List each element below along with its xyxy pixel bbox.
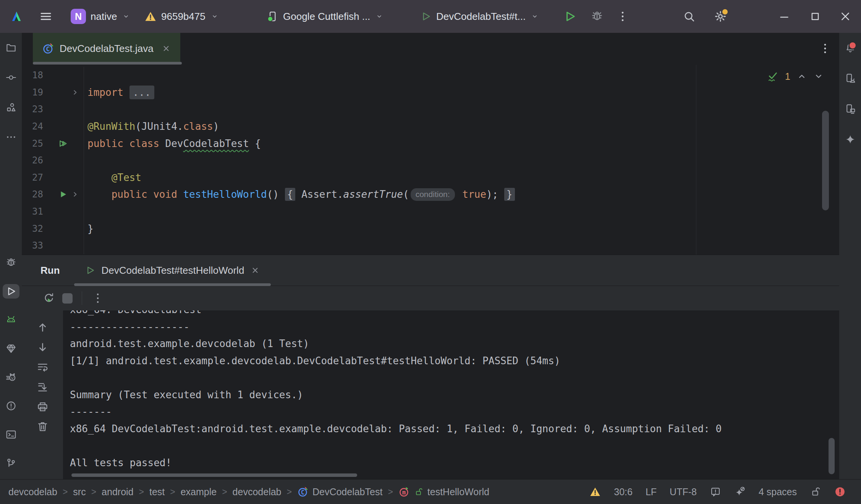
run-class-icon[interactable] [58,139,68,149]
chevron-down-icon [121,12,131,21]
console-horizontal-scrollbar[interactable] [71,473,357,477]
tool-stripe-terminal-button[interactable] [3,427,19,442]
gutter[interactable] [43,206,84,217]
code-line-25[interactable]: 25public class DevCodelabTest { [22,135,839,152]
tab-close-icon[interactable] [161,44,171,53]
gutter[interactable] [43,172,84,183]
soft-wrap-icon[interactable] [36,361,49,373]
code-line-33[interactable]: 33 [22,237,839,254]
inspections-widget[interactable]: 1 [767,70,824,82]
unlock-icon[interactable] [810,486,821,498]
gutter[interactable] [43,69,84,81]
gutter[interactable] [43,138,84,149]
gutter[interactable] [43,240,84,251]
tool-stripe-problems-button[interactable] [3,399,19,413]
breadcrumb-item-devcodelab[interactable]: devcodelab [233,486,282,498]
vcs-widget[interactable]: 9659b475 [144,0,219,33]
settings-button[interactable] [714,10,727,23]
arrow-down-icon[interactable] [36,341,49,354]
tool-stripe-logcat-button[interactable] [3,313,19,327]
gutter[interactable] [43,155,84,166]
breadcrumb-item-test[interactable]: test [149,486,165,498]
console-vertical-scrollbar[interactable] [829,438,835,474]
gutter[interactable] [43,103,84,115]
code-line-28[interactable]: 28 public void testHelloWorld() { Assert… [22,186,839,203]
run-tab-close-icon[interactable] [250,265,260,275]
fold-collapsed-icon[interactable] [71,190,79,199]
minimize-button[interactable] [778,10,790,23]
line-separator[interactable]: LF [646,486,657,498]
editor-tab-devcodelabtest[interactable]: C DevCodelabTest.java [33,33,180,64]
tool-stripe-device-mirror-button[interactable] [842,102,859,116]
run-configuration-selector[interactable]: DevCodelabTest#t... [420,0,539,33]
stop-button[interactable] [62,293,73,304]
code-line-31[interactable]: 31 [22,203,839,220]
test-console[interactable]: x86_64: DevCodelabTest------------------… [63,310,839,480]
indent-setting[interactable]: 4 spaces [759,486,797,498]
breadcrumb-item-devcodelab[interactable]: devcodelab [8,486,57,498]
run-tab[interactable]: DevCodelabTest#testHelloWorld [74,255,271,286]
code-text [84,67,839,84]
tool-stripe-more-tools-button[interactable] [3,130,19,144]
code-line-23[interactable]: 23 [22,101,839,118]
analysis-warning-icon[interactable] [589,486,601,498]
breadcrumb-item-testHelloWorld[interactable]: mtestHelloWorld [398,486,489,498]
code-line-18[interactable]: 18 [22,67,839,84]
line-number: 26 [22,155,43,166]
tab-scroll-indicator[interactable] [33,62,182,65]
next-highlight-icon[interactable] [813,71,824,82]
todo-bubble-icon[interactable] [710,486,721,498]
run-button[interactable] [563,10,577,23]
gutter[interactable] [43,223,84,234]
editor-vertical-scrollbar[interactable] [822,111,829,210]
tool-stripe-project-button[interactable] [3,40,19,55]
tool-stripe-structure-button[interactable] [3,100,19,115]
tool-stripe-commit-button[interactable] [3,70,19,85]
breadcrumb-item-DevCodelabTest[interactable]: CDevCodelabTest [297,486,382,498]
gemini-disabled-icon[interactable] [734,486,746,498]
breadcrumb-item-example[interactable]: example [181,486,217,498]
tool-stripe-profiler-button[interactable] [3,370,19,384]
tool-stripe-run-button[interactable] [3,284,19,299]
tool-stripe-gemini-button[interactable] [842,132,859,147]
code-line-26[interactable]: 26 [22,152,839,169]
tool-stripe-debug-button[interactable] [3,255,19,270]
debug-button[interactable] [591,10,604,23]
code-line-32[interactable]: 32} [22,220,839,237]
close-button[interactable] [839,10,851,23]
tool-stripe-notifications-button[interactable] [842,40,859,55]
breadcrumb-item-android[interactable]: android [102,486,133,498]
tool-stripe-app-quality-insights-button[interactable] [3,341,19,356]
project-widget[interactable]: N native [71,0,131,33]
error-notification-badge[interactable] [834,486,846,498]
tab-options-kebab-icon[interactable] [819,42,832,55]
search-everywhere-button[interactable] [683,10,696,23]
arrow-up-icon[interactable] [36,321,49,334]
clear-icon[interactable] [36,420,49,433]
previous-highlight-icon[interactable] [796,71,807,82]
file-encoding[interactable]: UTF-8 [670,486,697,498]
gutter[interactable] [43,189,84,200]
tool-stripe-version-control-button[interactable] [3,456,19,470]
code-editor[interactable]: 1819import ...2324@RunWith(JUnit4.class)… [22,65,839,255]
inspection-count: 1 [785,71,790,82]
run-options-kebab-icon[interactable] [91,292,104,305]
rerun-button[interactable] [42,292,55,305]
breadcrumb-item-src[interactable]: src [73,486,86,498]
more-actions-button[interactable] [616,10,629,23]
fold-collapsed-icon[interactable] [71,88,79,97]
code-line-24[interactable]: 24@RunWith(JUnit4.class) [22,118,839,135]
run-method-icon[interactable] [58,189,68,199]
main-menu-button[interactable] [39,10,52,23]
code-line-27[interactable]: 27 @Test [22,169,839,186]
tool-stripe-running-devices-button[interactable] [842,71,859,86]
gutter[interactable] [43,121,84,132]
caret-position[interactable]: 30:6 [614,486,633,498]
code-line-19[interactable]: 19import ... [22,84,839,101]
scroll-end-icon[interactable] [36,381,49,393]
device-selector[interactable]: Google Cuttlefish ... [266,0,384,33]
breadcrumb-separator-icon: > [222,487,227,497]
print-icon[interactable] [36,401,49,413]
gutter[interactable] [43,87,84,98]
maximize-button[interactable] [809,11,821,22]
